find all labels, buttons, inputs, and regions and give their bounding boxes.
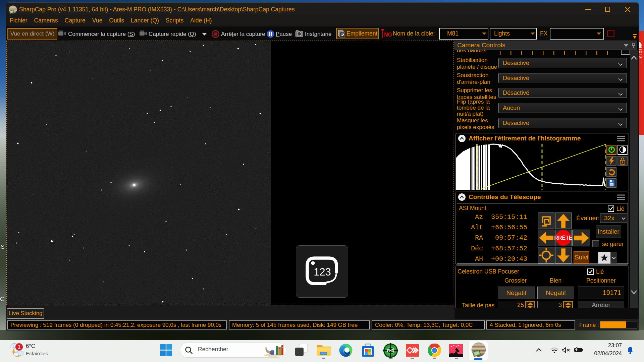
svg-text:2: 2 xyxy=(393,347,394,350)
svg-text:123: 123 xyxy=(314,266,331,278)
svg-text:NG: NG xyxy=(384,32,392,38)
